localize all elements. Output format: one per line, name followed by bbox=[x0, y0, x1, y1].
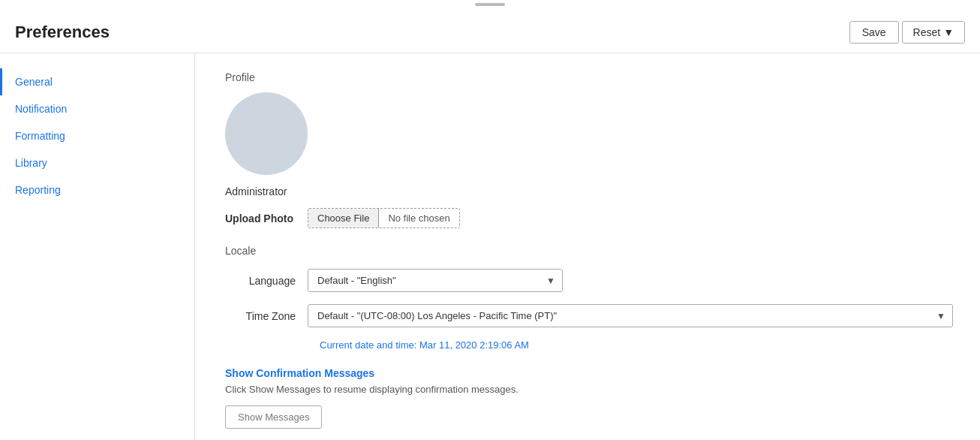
language-select[interactable]: Default - "English" bbox=[308, 269, 563, 292]
choose-file-button[interactable]: Choose File bbox=[308, 209, 379, 228]
upload-photo-label: Upload Photo bbox=[225, 212, 300, 225]
timezone-label: Time Zone bbox=[225, 310, 308, 322]
layout: General Notification Formatting Library … bbox=[0, 53, 980, 440]
reset-label: Reset bbox=[913, 26, 941, 38]
sidebar-item-reporting[interactable]: Reporting bbox=[0, 176, 194, 203]
user-role-label: Administrator bbox=[225, 185, 950, 197]
timezone-select-wrapper: Default - "(UTC-08:00) Los Angeles - Pac… bbox=[308, 304, 953, 327]
language-select-wrapper: Default - "English" ▼ bbox=[308, 269, 563, 292]
file-input-wrapper: Choose File No file chosen bbox=[308, 208, 460, 228]
reset-chevron-icon: ▼ bbox=[943, 26, 954, 38]
main-content: Profile Administrator Upload Photo Choos… bbox=[195, 53, 980, 440]
language-label: Language bbox=[225, 275, 308, 287]
timezone-select[interactable]: Default - "(UTC-08:00) Los Angeles - Pac… bbox=[308, 304, 953, 327]
sidebar-item-general[interactable]: General bbox=[0, 68, 194, 95]
top-bar: Preferences Save Reset ▼ bbox=[0, 12, 980, 53]
page-title: Preferences bbox=[15, 23, 110, 42]
sidebar-item-formatting[interactable]: Formatting bbox=[0, 122, 194, 149]
timezone-row: Time Zone Default - "(UTC-08:00) Los Ang… bbox=[225, 304, 950, 327]
upload-photo-row: Upload Photo Choose File No file chosen bbox=[225, 208, 950, 228]
avatar bbox=[225, 92, 308, 175]
locale-section-label: Locale bbox=[225, 245, 950, 257]
drag-handle bbox=[475, 3, 505, 6]
show-messages-button[interactable]: Show Messages bbox=[225, 405, 322, 429]
reset-button[interactable]: Reset ▼ bbox=[902, 21, 965, 44]
save-button[interactable]: Save bbox=[849, 21, 899, 44]
current-datetime: Current date and time: Mar 11, 2020 2:19… bbox=[308, 339, 950, 351]
show-confirmation-desc: Click Show Messages to resume displaying… bbox=[225, 384, 950, 395]
sidebar: General Notification Formatting Library … bbox=[0, 53, 195, 440]
sidebar-item-library[interactable]: Library bbox=[0, 149, 194, 176]
language-row: Language Default - "English" ▼ bbox=[225, 269, 950, 292]
sidebar-item-notification[interactable]: Notification bbox=[0, 95, 194, 122]
top-bar-actions: Save Reset ▼ bbox=[849, 21, 965, 44]
profile-section-label: Profile bbox=[225, 71, 950, 83]
show-confirmation-title: Show Confirmation Messages bbox=[225, 367, 950, 379]
show-confirmation-section: Show Confirmation Messages Click Show Me… bbox=[225, 367, 950, 429]
no-file-chosen-text: No file chosen bbox=[379, 209, 458, 228]
